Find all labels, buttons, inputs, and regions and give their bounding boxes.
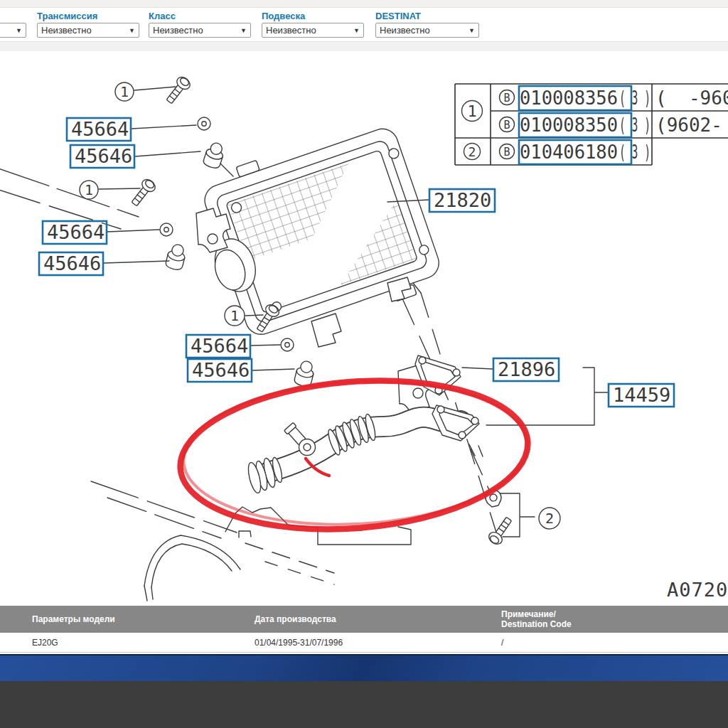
header-production-date: Дата производства: [255, 614, 336, 624]
filter-value: Неизвестно: [41, 25, 92, 36]
dropdown-arrow-icon: ▼: [469, 27, 475, 34]
callout-ref-1: 1: [85, 181, 93, 198]
part-link-45664-c[interactable]: 45664: [186, 335, 250, 358]
filter-label-suspension: Подвеска: [262, 11, 305, 21]
header-model-params: Параметры модели: [32, 614, 115, 624]
applicability-table: 1 2 B B B 010008356 ( 3 ) ( -960 0100083…: [455, 84, 728, 165]
bottom-strip: [0, 41, 728, 52]
results-table-row[interactable]: EJ20G 01/04/1995-31/07/1996 /: [0, 633, 728, 653]
hose-drawing: [246, 413, 461, 494]
code-letter: B: [503, 92, 510, 105]
quantity-text: ( 3 ): [619, 141, 651, 163]
filter-label-class: Класс: [149, 11, 176, 21]
filter-value: Неизвестно: [380, 25, 430, 36]
filter-select-transmission[interactable]: Неизвестно ▼: [37, 23, 139, 38]
filter-value: Неизвестно: [266, 25, 316, 36]
header-note: Примечание/ Destination Code: [501, 609, 572, 629]
filter-select-class[interactable]: Неизвестно ▼: [149, 23, 251, 38]
table-ref-2: 2: [469, 144, 476, 159]
part-number-text: 45664: [71, 118, 129, 140]
diagram-code: A0720: [667, 579, 728, 601]
parts-diagram: 1 1 1: [0, 51, 728, 606]
part-number-text: 010008356: [520, 87, 618, 109]
code-letter: B: [503, 119, 510, 132]
footer-dark-area: [0, 681, 728, 728]
top-strip: [0, 0, 728, 8]
ref2-fasteners: 2: [486, 490, 560, 547]
flange-drawing: [432, 405, 483, 456]
callout-ref-1: 1: [120, 83, 129, 100]
date-range-text: ( -960: [655, 87, 728, 109]
table-part-link-row3[interactable]: 010406180: [519, 140, 631, 164]
dropdown-arrow-icon: ▼: [240, 27, 247, 34]
part-link-45646-c[interactable]: 45646: [188, 359, 252, 382]
filter-select-suspension[interactable]: Неизвестно ▼: [262, 23, 364, 38]
filter-bar: ▼ Трансмиссия Неизвестно ▼ Класс Неизвес…: [0, 0, 728, 51]
callout-ref-2: 2: [545, 510, 554, 527]
diagram-pane: 1 1 1: [0, 51, 728, 606]
part-link-45664-a[interactable]: 45664: [67, 118, 131, 141]
hose-fitting: [284, 422, 316, 455]
highlight-ellipse: [175, 368, 534, 542]
part-number-text: 45646: [43, 252, 101, 274]
footer-blue-bar: [0, 654, 728, 681]
part-link-21896[interactable]: 21896: [462, 358, 559, 381]
part-number-text: 010406180: [520, 141, 618, 163]
dropdown-arrow-icon: ▼: [129, 27, 135, 34]
part-number-text: 45664: [191, 335, 248, 357]
header-note-line2: Destination Code: [501, 619, 572, 629]
callout-ref-1: 1: [230, 307, 239, 324]
part-number-text: 21820: [434, 189, 491, 211]
table-ref-1: 1: [467, 102, 476, 120]
part-number-text: 010008350: [520, 114, 618, 136]
code-letter: B: [503, 146, 510, 159]
part-link-45664-b[interactable]: 45664: [43, 221, 107, 244]
part-number-text: 45646: [75, 145, 132, 167]
quantity-text: ( 3 ): [619, 87, 651, 109]
date-range-text: (9602-: [655, 114, 722, 136]
table-part-link-row1[interactable]: 010008356: [519, 86, 631, 110]
part-number-text: 21896: [498, 358, 555, 380]
quantity-text: ( 3 ): [619, 114, 651, 136]
dropdown-arrow-icon: ▼: [353, 27, 360, 34]
part-link-45646-a[interactable]: 45646: [70, 145, 134, 168]
header-note-line1: Примечание/: [501, 609, 572, 619]
filter-label-destination: DESTINAT: [375, 11, 421, 21]
filter-value: Неизвестно: [153, 25, 203, 36]
results-table-header: Параметры модели Дата производства Приме…: [0, 606, 728, 633]
cell-note: /: [501, 638, 503, 648]
filter-select-partial[interactable]: ▼: [0, 23, 26, 38]
part-number-text: 45664: [47, 221, 105, 243]
cell-production-date: 01/04/1995-31/07/1996: [255, 638, 343, 648]
cell-model-params: EJ20G: [32, 638, 58, 648]
part-link-45646-b[interactable]: 45646: [39, 252, 103, 275]
part-number-text: 45646: [192, 359, 250, 381]
fastener-set-top: 1: [115, 75, 233, 176]
filter-label-transmission: Трансмиссия: [37, 11, 97, 21]
part-number-text: 14459: [613, 384, 670, 406]
table-part-link-row2[interactable]: 010008350: [519, 113, 631, 137]
dropdown-arrow-icon: ▼: [16, 27, 22, 34]
filter-select-destination[interactable]: Неизвестно ▼: [375, 23, 479, 38]
